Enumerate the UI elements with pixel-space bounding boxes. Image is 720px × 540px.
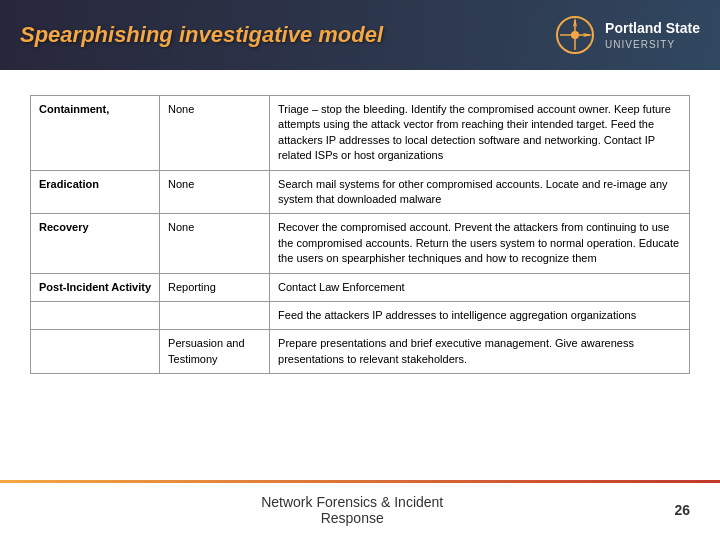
header: Spearphishing investigative model Portla… — [0, 0, 720, 70]
footer-text: Network Forensics & Incident Response — [30, 494, 674, 526]
table-row: Containment,NoneTriage – stop the bleedi… — [31, 96, 690, 171]
incident-description: Search mail systems for other compromise… — [270, 170, 690, 214]
incident-description: Prepare presentations and brief executiv… — [270, 330, 690, 374]
table-row: Post-Incident ActivityReportingContact L… — [31, 273, 690, 301]
page-title: Spearphishing investigative model — [20, 22, 383, 48]
incident-action-type: None — [160, 96, 270, 171]
page-number: 26 — [674, 502, 690, 518]
incident-table: Containment,NoneTriage – stop the bleedi… — [30, 95, 690, 374]
table-row: Feed the attackers IP addresses to intel… — [31, 301, 690, 329]
table-row: RecoveryNoneRecover the compromised acco… — [31, 214, 690, 273]
table-row: EradicationNoneSearch mail systems for o… — [31, 170, 690, 214]
incident-phase — [31, 301, 160, 329]
incident-phase: Eradication — [31, 170, 160, 214]
incident-phase: Recovery — [31, 214, 160, 273]
footer: Network Forensics & Incident Response 26 — [0, 480, 720, 540]
svg-point-1 — [571, 31, 579, 39]
incident-action-type — [160, 301, 270, 329]
incident-phase — [31, 330, 160, 374]
incident-action-type: Persuasion and Testimony — [160, 330, 270, 374]
footer-line — [0, 480, 720, 483]
incident-description: Contact Law Enforcement — [270, 273, 690, 301]
incident-description: Recover the compromised account. Prevent… — [270, 214, 690, 273]
incident-phase: Post-Incident Activity — [31, 273, 160, 301]
incident-action-type: None — [160, 170, 270, 214]
incident-description: Feed the attackers IP addresses to intel… — [270, 301, 690, 329]
incident-description: Triage – stop the bleeding. Identify the… — [270, 96, 690, 171]
table-row: Persuasion and TestimonyPrepare presenta… — [31, 330, 690, 374]
university-logo: Portland State UNIVERSITY — [555, 15, 700, 55]
psu-logo-icon — [555, 15, 595, 55]
main-content: Containment,NoneTriage – stop the bleedi… — [0, 70, 720, 384]
incident-action-type: None — [160, 214, 270, 273]
incident-action-type: Reporting — [160, 273, 270, 301]
incident-phase: Containment, — [31, 96, 160, 171]
logo-text: Portland State UNIVERSITY — [605, 19, 700, 50]
